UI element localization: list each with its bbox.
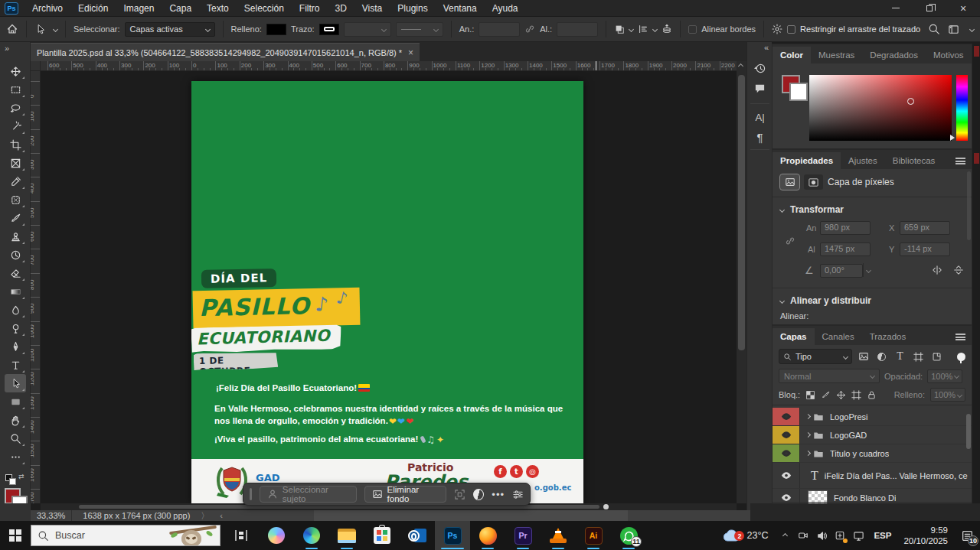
layer-visibility-cell[interactable]	[773, 444, 800, 462]
taskbar-app-whatsapp[interactable]: 11	[611, 521, 646, 550]
menu-plugins[interactable]: Plugins	[390, 0, 435, 17]
fill-field[interactable]: 100%	[930, 388, 965, 402]
tab-muestras[interactable]: Muestras	[811, 47, 862, 63]
gear-icon[interactable]	[772, 24, 782, 34]
ellipsis-tool[interactable]	[5, 447, 26, 466]
tab-degradados[interactable]: Degradados	[862, 47, 926, 63]
stroke-swatch[interactable]	[319, 24, 339, 35]
path-arrangement-icon[interactable]	[662, 24, 672, 34]
path-operations-icon[interactable]	[614, 24, 625, 34]
taskbar-search[interactable]: Buscar	[31, 525, 220, 546]
adjustments-icon[interactable]	[473, 489, 484, 500]
tray-overflow-icon[interactable]	[776, 521, 794, 550]
taskbar-app-vlc[interactable]	[541, 521, 576, 550]
properties-sliders-icon[interactable]	[512, 489, 524, 500]
width-field[interactable]	[479, 22, 520, 37]
eye-icon[interactable]	[781, 412, 792, 421]
minimize-button[interactable]	[879, 0, 913, 17]
taskbar-app-premiere[interactable]: Pr	[505, 521, 541, 550]
marquee-tool[interactable]	[5, 80, 26, 99]
pixel-layer-icon[interactable]	[780, 174, 799, 190]
group-expand-icon[interactable]	[805, 414, 811, 419]
status-next-icon[interactable]: 〉	[201, 510, 209, 522]
select-mode-dropdown[interactable]: Capas activas	[125, 22, 215, 37]
type-tool[interactable]	[5, 356, 26, 374]
group-expand-icon[interactable]	[805, 432, 811, 438]
flip-vertical-icon[interactable]	[953, 265, 964, 275]
taskbar-app-illustrator[interactable]: Ai	[576, 521, 611, 550]
group-expand-icon[interactable]	[805, 451, 811, 456]
display-icon[interactable]	[849, 521, 867, 550]
hue-slider[interactable]	[956, 75, 968, 141]
wand-tool[interactable]	[5, 117, 26, 135]
layer-visibility-cell[interactable]	[773, 408, 800, 425]
speaker-icon[interactable]	[812, 521, 831, 550]
tray-status-icon[interactable]	[794, 521, 812, 550]
y-value[interactable]: -114 px	[900, 242, 950, 256]
select-subject-button[interactable]: Seleccionar sujeto	[260, 486, 357, 503]
stroke-width-dropdown[interactable]	[344, 22, 391, 37]
swap-colors-icon[interactable]: ⇄	[18, 473, 24, 480]
collapse-dock-icon[interactable]: «	[764, 43, 768, 52]
menu-capa[interactable]: Capa	[162, 0, 199, 17]
restore-button[interactable]	[913, 0, 946, 17]
pen-tool[interactable]	[5, 337, 26, 356]
link-icon[interactable]	[785, 236, 795, 246]
angle-value[interactable]: 0,00°	[820, 264, 863, 278]
taskbar-app-edge[interactable]	[294, 521, 329, 550]
blend-mode-dropdown[interactable]: Normal	[779, 369, 880, 383]
transform-section-header[interactable]: Transformar	[773, 199, 972, 219]
canvas-area[interactable]: DÍA DEL PASILLO ♪ ♪ ECUATORIANO 1 DE OCT…	[41, 71, 737, 503]
layer-row[interactable]: LogoGAD	[773, 426, 972, 444]
vertical-scrollbar[interactable]	[737, 61, 746, 503]
taskbar-app-explorer[interactable]	[329, 521, 364, 550]
opacity-field[interactable]: 100%	[927, 369, 962, 383]
layer-row[interactable]: LogoPresi	[773, 408, 972, 426]
menu-filtro[interactable]: Filtro	[292, 0, 328, 17]
color-picker-marker[interactable]	[907, 98, 914, 105]
mask-icon[interactable]	[804, 174, 823, 190]
menu-archivo[interactable]: Archivo	[24, 0, 70, 17]
align-section-header[interactable]: Alinear y distribuir	[773, 290, 972, 310]
home-icon[interactable]	[6, 23, 18, 35]
gradient-tool[interactable]	[5, 282, 26, 301]
taskbar-app-photoshop[interactable]: Ps	[435, 521, 470, 550]
height-field[interactable]	[557, 22, 598, 37]
saturation-brightness-field[interactable]	[809, 75, 952, 141]
width-value[interactable]: 980 px	[820, 221, 871, 235]
close-button[interactable]: ×	[946, 0, 980, 17]
expand-tools-icon[interactable]: »	[5, 44, 8, 53]
character-panel-icon[interactable]: A|	[750, 108, 770, 127]
status-prev-icon[interactable]: ‹	[220, 511, 223, 520]
frame-tool[interactable]	[5, 154, 26, 172]
filter-adjustment-layers-icon[interactable]	[874, 350, 889, 364]
ctxbar-drag-handle[interactable]	[250, 488, 252, 500]
path-alignment-icon[interactable]	[638, 24, 648, 34]
lock-all-icon[interactable]	[867, 390, 877, 400]
lock-transparency-icon[interactable]	[805, 390, 815, 400]
paragraph-panel-icon[interactable]: ¶	[750, 128, 770, 147]
tab-close-icon[interactable]: ×	[408, 47, 413, 58]
zoom-tool[interactable]	[5, 429, 26, 447]
notification-center-icon[interactable]: 10	[954, 521, 980, 550]
layer-row[interactable]: Titulo y cuadros	[773, 444, 972, 463]
eyedropper-tool[interactable]	[5, 172, 26, 190]
hue-slider-arrow[interactable]	[950, 135, 955, 141]
background-color[interactable]	[789, 83, 808, 101]
eye-icon[interactable]	[781, 493, 792, 502]
filter-type-layers-icon[interactable]: T	[893, 350, 907, 364]
constrain-path-checkbox[interactable]	[787, 25, 795, 34]
weather-widget[interactable]: 2 23°C	[714, 528, 776, 543]
properties-scrollbar[interactable]	[967, 171, 971, 240]
taskbar-app-store[interactable]	[364, 521, 400, 550]
tray-input-icon[interactable]	[831, 521, 849, 550]
link-dimensions-icon[interactable]	[524, 24, 535, 34]
vertical-scrollbar-thumb[interactable]	[738, 75, 745, 350]
rect-shape-tool[interactable]	[5, 392, 26, 411]
x-value[interactable]: 659 px	[900, 221, 950, 235]
tab-capas[interactable]: Capas	[773, 328, 815, 345]
hand-tool[interactable]	[5, 411, 26, 429]
filter-pixel-layers-icon[interactable]	[856, 350, 871, 364]
panel-menu-icon[interactable]	[956, 158, 965, 164]
layer-visibility-cell[interactable]	[773, 463, 800, 488]
